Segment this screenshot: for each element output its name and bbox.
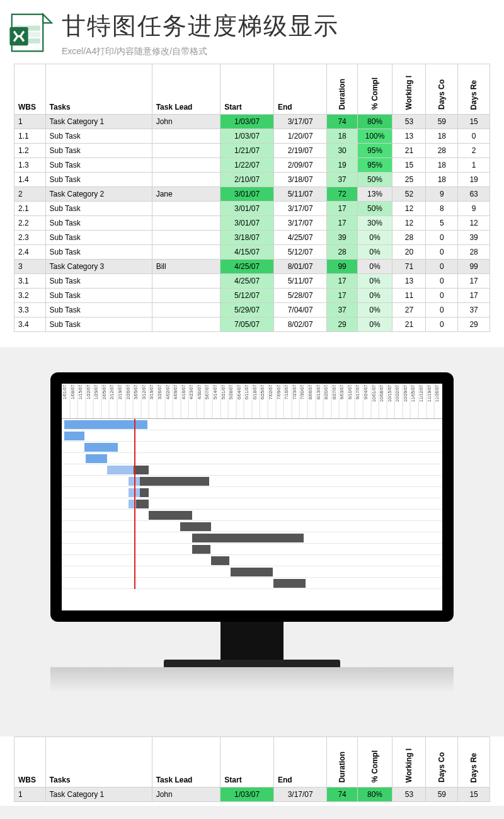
cell[interactable]: 4/25/07 — [220, 260, 274, 274]
cell[interactable]: 13 — [392, 274, 426, 289]
cell[interactable]: 12 — [458, 216, 490, 231]
cell[interactable]: 2.2 — [14, 216, 46, 231]
cell[interactable]: 63 — [458, 187, 490, 202]
table-row[interactable]: 2.1Sub Task3/01/073/17/071750%1289 — [14, 202, 490, 216]
cell[interactable]: Jane — [152, 187, 220, 202]
cell[interactable]: 9 — [458, 202, 490, 216]
cell[interactable]: John — [152, 115, 220, 129]
cell[interactable]: Task Category 3 — [45, 260, 152, 274]
cell[interactable]: 0% — [357, 245, 392, 260]
cell[interactable]: 3/01/07 — [220, 202, 274, 216]
col-header[interactable]: Days Re — [458, 64, 490, 115]
cell[interactable]: 1.2 — [14, 144, 46, 158]
cell[interactable]: Sub Task — [45, 144, 152, 158]
col-header[interactable]: End — [273, 737, 327, 788]
table-row[interactable]: 3Task Category 3Bill4/25/078/01/07990%71… — [14, 260, 490, 274]
cell[interactable]: 3/01/07 — [220, 216, 274, 231]
cell[interactable]: Sub Task — [45, 202, 152, 216]
cell[interactable]: 17 — [327, 216, 357, 231]
cell[interactable]: 39 — [327, 231, 357, 245]
cell[interactable]: Sub Task — [45, 173, 152, 187]
cell[interactable]: 8/02/07 — [273, 318, 327, 332]
cell[interactable]: 0% — [357, 318, 392, 332]
col-header[interactable]: Working l — [392, 737, 426, 788]
cell[interactable]: 0 — [426, 318, 458, 332]
cell[interactable]: 1/20/07 — [273, 129, 327, 144]
cell[interactable]: 3/17/07 — [273, 115, 327, 129]
cell[interactable]: Sub Task — [45, 158, 152, 173]
cell[interactable]: 37 — [458, 303, 490, 318]
col-header[interactable]: % Compl — [357, 737, 392, 788]
cell[interactable]: 17 — [458, 274, 490, 289]
col-header[interactable]: Tasks — [45, 737, 152, 788]
table-row[interactable]: 1.4Sub Task2/10/073/18/073750%251819 — [14, 173, 490, 187]
cell[interactable]: Sub Task — [45, 231, 152, 245]
cell[interactable]: 12 — [392, 202, 426, 216]
col-header[interactable]: Days Co — [426, 737, 458, 788]
col-header[interactable]: Task Lead — [152, 737, 220, 788]
cell[interactable]: 2.4 — [14, 245, 46, 260]
cell[interactable]: 0% — [357, 231, 392, 245]
cell[interactable]: 52 — [392, 187, 426, 202]
cell[interactable]: 2.1 — [14, 202, 46, 216]
cell[interactable]: 37 — [327, 303, 357, 318]
cell[interactable]: 2/19/07 — [273, 144, 327, 158]
cell[interactable]: 3.1 — [14, 274, 46, 289]
cell[interactable] — [152, 173, 220, 187]
cell[interactable]: 1.1 — [14, 129, 46, 144]
cell[interactable]: 99 — [458, 260, 490, 274]
cell[interactable]: 0% — [357, 303, 392, 318]
cell[interactable]: 72 — [327, 187, 357, 202]
cell[interactable]: 4/25/07 — [273, 231, 327, 245]
cell[interactable]: 18 — [426, 158, 458, 173]
cell[interactable]: 28 — [327, 245, 357, 260]
cell[interactable]: 3.2 — [14, 289, 46, 303]
cell[interactable]: 9 — [426, 187, 458, 202]
col-header[interactable]: Days Re — [458, 737, 490, 788]
cell[interactable]: 12 — [392, 216, 426, 231]
cell[interactable]: 25 — [392, 173, 426, 187]
cell[interactable]: 50% — [357, 173, 392, 187]
cell[interactable]: 13 — [392, 129, 426, 144]
cell[interactable]: 100% — [357, 129, 392, 144]
cell[interactable]: Sub Task — [45, 245, 152, 260]
cell[interactable]: 7/04/07 — [273, 303, 327, 318]
cell[interactable]: Task Category 1 — [45, 115, 152, 129]
col-header[interactable]: Days Co — [426, 64, 458, 115]
table-row[interactable]: 3.2Sub Task5/12/075/28/07170%11017 — [14, 289, 490, 303]
cell[interactable]: Sub Task — [45, 274, 152, 289]
cell[interactable] — [152, 289, 220, 303]
cell[interactable]: Bill — [152, 260, 220, 274]
cell[interactable]: 71 — [392, 260, 426, 274]
col-header[interactable]: WBS — [14, 64, 46, 115]
cell[interactable]: 1 — [458, 158, 490, 173]
col-header[interactable]: Tasks — [45, 64, 152, 115]
cell[interactable]: 2.3 — [14, 231, 46, 245]
col-header[interactable]: End — [273, 64, 327, 115]
cell[interactable] — [152, 318, 220, 332]
table-row[interactable]: 2Task Category 2Jane3/01/075/11/077213%5… — [14, 187, 490, 202]
cell[interactable]: 19 — [327, 158, 357, 173]
cell[interactable]: 3 — [14, 260, 46, 274]
col-header[interactable]: Start — [220, 737, 274, 788]
table-row[interactable]: 1.2Sub Task1/21/072/19/073095%21282 — [14, 144, 490, 158]
cell[interactable]: 19 — [458, 173, 490, 187]
cell[interactable]: 17 — [458, 289, 490, 303]
cell[interactable] — [152, 144, 220, 158]
cell[interactable]: 20 — [392, 245, 426, 260]
cell[interactable]: 95% — [357, 158, 392, 173]
cell[interactable]: 80% — [357, 115, 392, 129]
table-row[interactable]: 1Task Category 1John1/03/073/17/077480%5… — [14, 115, 490, 129]
cell[interactable]: Sub Task — [45, 216, 152, 231]
cell[interactable]: 74 — [327, 115, 357, 129]
cell[interactable]: 53 — [392, 115, 426, 129]
cell[interactable]: 0 — [426, 303, 458, 318]
cell[interactable]: 30 — [327, 144, 357, 158]
cell[interactable]: 17 — [327, 202, 357, 216]
cell[interactable]: 17 — [327, 274, 357, 289]
table-row[interactable]: 3.4Sub Task7/05/078/02/07290%21029 — [14, 318, 490, 332]
col-header[interactable]: Start — [220, 64, 274, 115]
cell[interactable]: 4/25/07 — [220, 274, 274, 289]
cell[interactable]: Sub Task — [45, 289, 152, 303]
cell[interactable]: 0 — [426, 231, 458, 245]
